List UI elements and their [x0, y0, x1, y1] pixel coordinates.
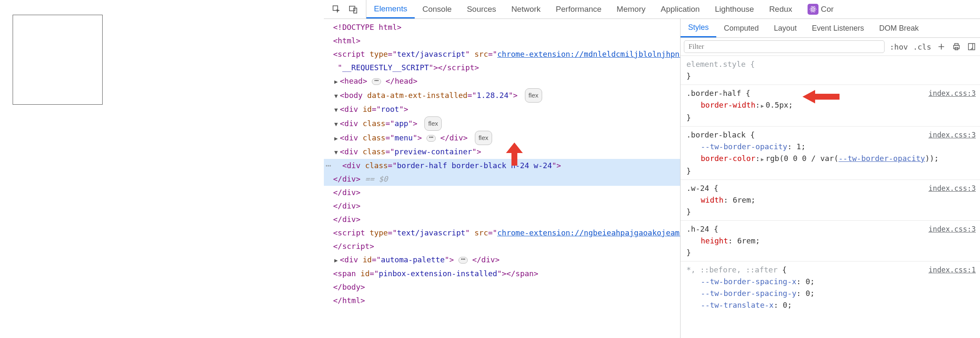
rule-border-half[interactable]: index.css:3 .border-half { border-width:… — [681, 85, 980, 127]
inspect-icon[interactable] — [331, 4, 342, 14]
styles-filter-input[interactable] — [684, 40, 885, 53]
tab-console[interactable]: Console — [415, 0, 459, 18]
ellipsis-icon[interactable]: ⋯ — [458, 257, 468, 264]
tab-redux[interactable]: Redux — [762, 0, 800, 18]
styles-filter-bar: :hov .cls — [681, 38, 980, 56]
source-link[interactable]: index.css:1 — [928, 264, 976, 276]
source-link[interactable]: index.css:3 — [928, 223, 976, 235]
tab-application[interactable]: Application — [653, 0, 707, 18]
preview-box — [13, 15, 103, 105]
source-link[interactable]: index.css:3 — [928, 182, 976, 194]
ellipsis-icon[interactable]: ⋯ — [372, 78, 381, 85]
dom-root[interactable]: ▼<div id="root"> — [324, 103, 680, 116]
rule-h-24[interactable]: index.css:3 .h-24 { height: 6rem; } — [681, 221, 980, 261]
subtab-computed[interactable]: Computed — [716, 19, 766, 37]
devtools: Elements Console Sources Network Perform… — [324, 0, 980, 338]
new-rule-icon[interactable] — [936, 42, 946, 52]
styles-panel: Styles Computed Layout Event Listeners D… — [681, 19, 980, 338]
flex-badge: flex — [424, 116, 442, 131]
tab-lighthouse[interactable]: Lighthouse — [707, 0, 762, 18]
dom-close-html[interactable]: </html> — [324, 294, 680, 307]
subtab-event-listeners[interactable]: Event Listeners — [804, 19, 871, 37]
rule-universal[interactable]: index.css:1 *, ::before, ::after { --tw-… — [681, 261, 980, 314]
rule-w-24[interactable]: index.css:3 .w-24 { width: 6rem; } — [681, 180, 980, 221]
dom-close-app[interactable]: </div> — [324, 199, 680, 213]
dom-doctype[interactable]: <!DOCTYPE html> — [324, 21, 680, 34]
tab-components[interactable]: Cor — [800, 0, 842, 18]
computed-toggle-icon[interactable] — [967, 42, 977, 52]
dom-app[interactable]: ▼<div class="app"> flex — [324, 116, 680, 131]
react-icon — [808, 4, 818, 15]
tab-memory[interactable]: Memory — [609, 0, 653, 18]
elements-panel[interactable]: <!DOCTYPE html> <html> <script type="tex… — [324, 19, 681, 338]
hov-toggle[interactable]: :hov — [890, 42, 908, 51]
dom-script-inject[interactable]: <script type="text/javascript" src="chro… — [324, 226, 680, 253]
dom-body[interactable]: ▼<body data-atm-ext-installed="1.28.24">… — [324, 88, 680, 103]
source-link[interactable]: index.css:3 — [928, 87, 976, 99]
flex-badge: flex — [525, 88, 542, 103]
dom-head[interactable]: ▶<head> ⋯ </head> — [324, 74, 680, 88]
dom-automa[interactable]: ▶<div id="automa-palette"> ⋯ </div> — [324, 253, 680, 267]
rule-border-black[interactable]: index.css:3 .border-black { --tw-border-… — [681, 127, 980, 180]
page-preview — [0, 0, 324, 338]
tab-sources[interactable]: Sources — [459, 0, 504, 18]
annotation-arrow-icon — [500, 143, 529, 168]
source-link[interactable]: index.css:3 — [928, 129, 976, 141]
annotation-arrow-icon — [803, 87, 840, 106]
rule-element-style[interactable]: element.style { } — [681, 56, 980, 85]
tab-performance[interactable]: Performance — [548, 0, 609, 18]
dom-pinbox[interactable]: <span id="pinbox-extension-installed"></… — [324, 267, 680, 280]
styles-subtabs: Styles Computed Layout Event Listeners D… — [681, 19, 980, 38]
ellipsis-icon[interactable]: ⋯ — [426, 135, 436, 142]
dom-script-requestly[interactable]: <script type="text/javascript" src="chro… — [324, 48, 680, 74]
devtools-toolbar: Elements Console Sources Network Perform… — [324, 0, 980, 19]
tab-components-label: Cor — [821, 5, 834, 14]
device-toolbar-icon[interactable] — [348, 4, 358, 14]
gutter-dots-icon[interactable]: ⋯ — [326, 159, 332, 172]
dom-close-preview[interactable]: </div> — [324, 186, 680, 199]
flex-badge: flex — [475, 131, 492, 145]
tab-elements[interactable]: Elements — [366, 0, 415, 18]
svg-marker-12 — [803, 90, 840, 103]
print-media-icon[interactable] — [951, 42, 961, 52]
cls-toggle[interactable]: .cls — [913, 42, 931, 51]
dom-selected-close[interactable]: </div> == $0 — [324, 172, 680, 186]
dom-close-body[interactable]: </body> — [324, 280, 680, 294]
svg-point-6 — [812, 9, 813, 10]
svg-rect-8 — [954, 45, 959, 49]
styles-rules[interactable]: element.style { } index.css:3 .border-ha… — [681, 56, 980, 338]
svg-rect-1 — [350, 6, 355, 11]
subtab-styles[interactable]: Styles — [681, 19, 716, 37]
dom-html-open[interactable]: <html> — [324, 34, 680, 48]
subtab-dom-breakpoints[interactable]: DOM Break — [871, 19, 926, 37]
dom-close-root[interactable]: </div> — [324, 213, 680, 226]
subtab-layout[interactable]: Layout — [766, 19, 804, 37]
svg-rect-9 — [955, 44, 958, 45]
tab-network[interactable]: Network — [504, 0, 548, 18]
selector-element-style: element.style { — [686, 58, 976, 70]
svg-marker-7 — [506, 143, 523, 166]
